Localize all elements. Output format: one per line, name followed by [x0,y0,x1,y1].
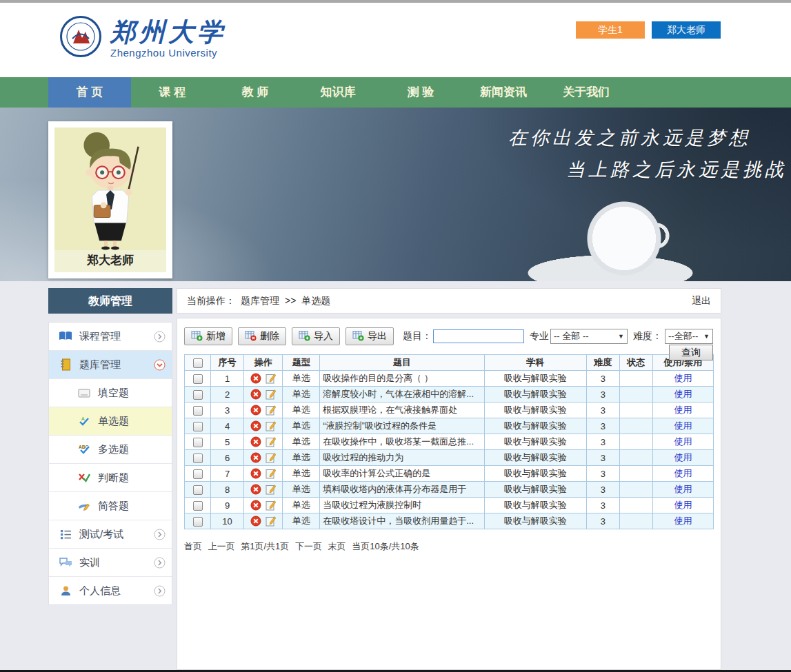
row-operations [244,498,283,513]
pagination-last[interactable]: 末页 [328,541,346,551]
sidebar-item-personal-info[interactable]: 个人信息 [49,577,172,604]
nav-item-tests[interactable]: 测 验 [379,77,462,108]
delete-row-icon[interactable] [250,389,261,400]
nav-item-knowledge[interactable]: 知识库 [297,77,379,108]
sidebar-item-single-choice[interactable]: A 单选题 [49,407,172,436]
short-answer-icon [77,500,92,511]
sidebar-item-course-management[interactable]: 课程管理 [49,323,172,351]
usage-link[interactable]: 使用 [674,420,692,431]
pagination-prev[interactable]: 上一页 [208,541,235,551]
row-title: 吸收操作的目的是分离（ ） [320,371,484,387]
delete-row-icon[interactable] [250,373,261,384]
chevron-down-icon [154,359,166,371]
row-checkbox[interactable] [193,406,203,416]
row-checkbox[interactable] [193,469,203,479]
nav-item-news[interactable]: 新闻资讯 [462,77,545,108]
row-check-cell [185,498,211,513]
edit-row-icon[interactable] [266,452,276,463]
query-button[interactable]: 查询 [669,345,713,360]
delete-row-icon[interactable] [250,500,261,511]
chevron-right-icon [154,331,166,343]
row-checkbox[interactable] [193,374,203,384]
major-select-value: -- 全部 -- [554,330,589,343]
row-usage-cell: 使用 [652,418,713,434]
table-row: 10 单选 在吸收塔设计中，当吸收剂用量趋于... 吸收与解吸实验 3 使用 [185,513,714,529]
logout-link[interactable]: 退出 [692,289,711,313]
edit-row-icon[interactable] [266,405,276,416]
student-button[interactable]: 学生1 [576,21,645,39]
nav-item-about[interactable]: 关于我们 [545,77,628,108]
delete-row-icon[interactable] [250,484,261,495]
select-all-header [185,355,211,371]
nav-item-courses[interactable]: 课 程 [131,77,214,108]
edit-row-icon[interactable] [266,420,276,431]
usage-link[interactable]: 使用 [674,468,692,478]
table-header-row: 序号 操作 题型 题目 学科 难度 状态 使用/禁用 [185,355,714,371]
nav-item-teachers[interactable]: 教 师 [214,77,297,108]
row-difficulty: 3 [586,371,619,387]
delete-row-icon[interactable] [250,420,261,431]
major-select[interactable]: -- 全部 -- ▼ [550,329,628,344]
select-all-checkbox[interactable] [193,358,203,368]
row-title: 吸收过程的推动力为 [320,450,484,466]
edit-row-icon[interactable] [266,516,276,527]
difficulty-select[interactable]: --全部-- ▼ [665,329,713,344]
row-usage-cell: 使用 [652,482,713,498]
row-checkbox[interactable] [193,485,203,495]
usage-link[interactable]: 使用 [674,405,692,415]
row-check-cell [185,371,211,387]
row-title: “液膜控制”吸收过程的条件是 [320,418,484,434]
edit-row-icon[interactable] [266,436,276,447]
sidebar-item-question-bank[interactable]: 题库管理 [49,351,172,379]
sidebar-item-true-false[interactable]: 判断题 [49,464,172,492]
usage-link[interactable]: 使用 [674,500,692,510]
usage-link[interactable]: 使用 [674,373,692,383]
pagination-next[interactable]: 下一页 [295,541,322,551]
row-type: 单选 [283,434,320,450]
sidebar-item-fill-blank[interactable]: 填空题 [49,379,172,407]
usage-link[interactable]: 使用 [674,436,692,447]
delete-button[interactable]: 删除 [238,327,286,345]
table-row: 6 单选 吸收过程的推动力为 吸收与解吸实验 3 使用 [185,450,714,466]
row-title: 当吸收过程为液膜控制时 [320,498,484,513]
add-button[interactable]: 新增 [184,327,232,345]
delete-row-icon[interactable] [250,468,261,479]
nav-item-home[interactable]: 首 页 [48,77,131,108]
sidebar-item-label: 填空题 [98,387,129,400]
row-checkbox[interactable] [193,501,203,511]
pagination-first[interactable]: 首页 [184,541,202,551]
logo-chinese: 郑州大学 [110,18,226,45]
usage-link[interactable]: 使用 [674,484,692,494]
delete-row-icon[interactable] [250,405,261,416]
row-subject: 吸收与解吸实验 [484,387,586,403]
sidebar-item-practical-training[interactable]: 实训 [49,549,172,577]
usage-link[interactable]: 使用 [674,452,692,462]
row-checkbox[interactable] [193,517,203,527]
delete-row-icon[interactable] [250,436,261,447]
usage-link[interactable]: 使用 [674,516,692,526]
row-checkbox[interactable] [193,422,203,431]
delete-row-icon[interactable] [250,516,261,527]
row-checkbox[interactable] [193,438,203,447]
edit-row-icon[interactable] [266,389,276,400]
usage-link[interactable]: 使用 [674,389,692,399]
edit-row-icon[interactable] [266,373,276,384]
delete-row-icon[interactable] [250,452,261,463]
sidebar-item-multi-choice[interactable]: ABC 多选题 [49,436,172,464]
row-checkbox[interactable] [193,454,203,463]
row-checkbox[interactable] [193,390,203,400]
title-filter-input[interactable] [433,329,524,343]
sidebar-item-tests-exams[interactable]: 测试/考试 [49,520,172,549]
sidebar-item-short-answer[interactable]: 简答题 [49,492,172,520]
teacher-button[interactable]: 郑大老师 [652,21,721,39]
edit-row-icon[interactable] [266,468,276,479]
row-usage-cell: 使用 [652,434,713,450]
edit-row-icon[interactable] [266,484,276,495]
export-button[interactable]: 导出 [346,327,394,345]
edit-row-icon[interactable] [266,500,276,511]
row-seq: 10 [211,513,244,529]
university-logo: 郑州大学 Zhengzhou University [59,15,226,61]
import-button[interactable]: 导入 [292,327,340,345]
table-row: 9 单选 当吸收过程为液膜控制时 吸收与解吸实验 3 使用 [185,498,714,513]
breadcrumb-section[interactable]: 题库管理 [241,295,279,306]
